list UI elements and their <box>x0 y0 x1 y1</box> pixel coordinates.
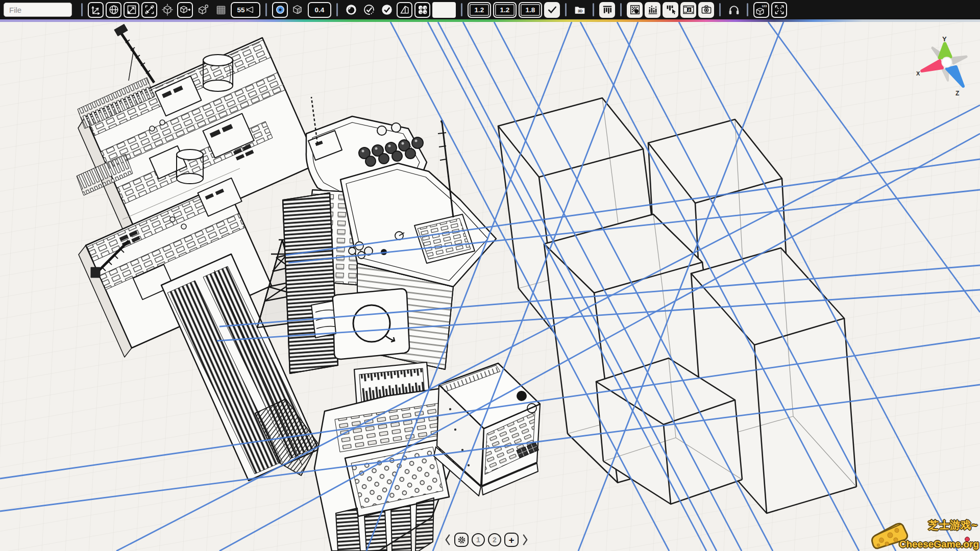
page-2-button[interactable]: 2 <box>488 533 501 546</box>
dashed-check-toggle[interactable] <box>361 2 377 18</box>
scale-arrow-tool[interactable] <box>124 2 139 18</box>
four-spheres-toggle[interactable] <box>414 2 430 18</box>
levels-panel-button[interactable] <box>645 2 660 18</box>
toolbar-divider <box>336 3 338 16</box>
grid-toggle[interactable] <box>213 2 229 18</box>
record-disc-toggle[interactable] <box>272 2 288 18</box>
check-circle-toggle[interactable] <box>379 2 395 18</box>
extrude-cube-tool[interactable] <box>177 2 193 18</box>
confirm-checkbox[interactable] <box>544 2 560 18</box>
move-cube-tool[interactable] <box>159 2 175 18</box>
param-value-b[interactable]: 1.2 <box>493 2 517 18</box>
fullscreen-button[interactable] <box>771 2 787 18</box>
hatch-cube-toggle[interactable] <box>290 2 306 18</box>
audio-toggle[interactable] <box>726 2 742 18</box>
orbit-cube-tool[interactable] <box>195 2 211 18</box>
cherry-dot-icon <box>965 537 970 542</box>
toolbar-divider <box>620 3 622 16</box>
watermark-title: 芝士游戏~ <box>928 518 978 532</box>
toolbar-divider <box>747 3 748 16</box>
gizmo-x-label: X <box>916 70 920 77</box>
select-bars-button[interactable] <box>663 2 678 18</box>
folder-3d-button[interactable] <box>572 2 587 18</box>
watermark: 芝士游戏~ CheeseGame.org <box>870 519 980 551</box>
toolbar-divider <box>461 3 462 16</box>
settings-button[interactable] <box>454 533 469 547</box>
page-1-button[interactable]: 1 <box>472 533 485 546</box>
film-frame-button[interactable] <box>680 2 696 18</box>
gizmo-z-label: Z <box>955 90 959 97</box>
fov-button[interactable]: 55 <box>231 2 260 18</box>
prism-toggle[interactable] <box>397 2 412 18</box>
viewport: Y X Z <box>0 22 980 551</box>
paper-color-swatch[interactable] <box>432 2 456 18</box>
app-window: File550.41.21.21.8 <box>0 0 980 551</box>
gizmo-y-label: Y <box>942 35 947 43</box>
marquee-diagonal-tool[interactable] <box>141 2 157 18</box>
param-value-a[interactable]: 1.2 <box>468 2 491 18</box>
next-page-button[interactable] <box>522 533 529 546</box>
add-page-button[interactable]: + <box>504 533 519 547</box>
color-spectrum-strip <box>0 19 980 22</box>
camera-capture-button[interactable] <box>698 2 714 18</box>
toolbar-divider <box>565 3 567 16</box>
toolbar-divider <box>719 3 721 16</box>
file-menu[interactable]: File <box>4 3 72 17</box>
toolbar-divider <box>593 3 594 16</box>
param-value-c[interactable]: 1.8 <box>519 2 542 18</box>
cube-dimensions-toggle[interactable] <box>753 2 769 18</box>
toolbar: File550.41.21.21.8 <box>0 0 980 19</box>
dither-panel-button[interactable] <box>627 2 643 18</box>
sphere-shading-toggle[interactable] <box>343 2 359 18</box>
axes-tool[interactable] <box>88 2 104 18</box>
toolbar-divider <box>265 3 267 16</box>
line-weight-value[interactable]: 0.4 <box>308 2 331 18</box>
blinds-panel-button[interactable] <box>599 2 615 18</box>
prev-page-button[interactable] <box>444 533 451 546</box>
page-controls: 12+ <box>444 533 529 547</box>
scene-canvas[interactable]: Y X Z <box>0 22 980 551</box>
toolbar-divider <box>81 3 83 16</box>
globe-tool[interactable] <box>106 2 121 18</box>
